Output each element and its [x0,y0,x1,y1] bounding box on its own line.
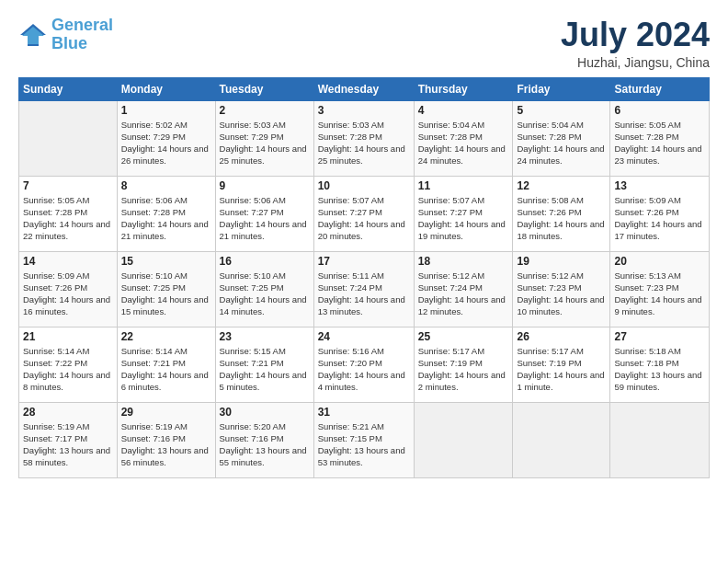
calendar-cell: 24 Sunrise: 5:16 AMSunset: 7:20 PMDaylig… [313,327,414,402]
calendar-cell: 15 Sunrise: 5:10 AMSunset: 7:25 PMDaylig… [117,251,215,327]
calendar-cell: 9 Sunrise: 5:06 AMSunset: 7:27 PMDayligh… [215,176,313,251]
calendar-cell: 20 Sunrise: 5:13 AMSunset: 7:23 PMDaylig… [610,251,710,327]
day-info: Sunrise: 5:18 AMSunset: 7:18 PMDaylight:… [614,345,705,394]
day-info: Sunrise: 5:06 AMSunset: 7:27 PMDaylight:… [220,194,310,243]
logo-blue: Blue [51,34,87,52]
month-year: July 2024 [561,17,710,53]
day-info: Sunrise: 5:10 AMSunset: 7:25 PMDaylight:… [220,270,310,318]
calendar-cell: 12 Sunrise: 5:08 AMSunset: 7:26 PMDaylig… [513,176,610,251]
day-info: Sunrise: 5:21 AMSunset: 7:15 PMDaylight:… [318,420,410,469]
calendar-cell: 2 Sunrise: 5:03 AMSunset: 7:29 PMDayligh… [215,100,313,176]
day-number: 21 [23,330,113,343]
day-info: Sunrise: 5:05 AMSunset: 7:28 PMDaylight:… [614,119,705,167]
col-friday: Friday [513,77,610,100]
day-info: Sunrise: 5:12 AMSunset: 7:23 PMDaylight:… [517,270,606,318]
day-info: Sunrise: 5:07 AMSunset: 7:27 PMDaylight:… [418,194,509,243]
calendar-cell: 26 Sunrise: 5:17 AMSunset: 7:19 PMDaylig… [513,327,610,402]
day-info: Sunrise: 5:19 AMSunset: 7:16 PMDaylight:… [121,420,211,469]
calendar-cell: 7 Sunrise: 5:05 AMSunset: 7:28 PMDayligh… [19,176,118,251]
col-saturday: Saturday [610,77,710,100]
day-info: Sunrise: 5:02 AMSunset: 7:29 PMDaylight:… [121,119,211,167]
calendar-week-3: 14 Sunrise: 5:09 AMSunset: 7:26 PMDaylig… [19,251,710,327]
day-number: 2 [220,104,310,117]
day-number: 31 [318,406,410,419]
day-info: Sunrise: 5:06 AMSunset: 7:28 PMDaylight:… [121,194,211,243]
calendar-week-4: 21 Sunrise: 5:14 AMSunset: 7:22 PMDaylig… [19,327,710,402]
day-number: 22 [121,330,211,343]
day-info: Sunrise: 5:17 AMSunset: 7:19 PMDaylight:… [418,345,509,394]
calendar-table: Sunday Monday Tuesday Wednesday Thursday… [18,77,710,478]
page: General Blue July 2024 Huzhai, Jiangsu, … [0,0,728,488]
calendar-cell: 8 Sunrise: 5:06 AMSunset: 7:28 PMDayligh… [117,176,215,251]
day-info: Sunrise: 5:20 AMSunset: 7:16 PMDaylight:… [220,420,310,469]
calendar-cell: 19 Sunrise: 5:12 AMSunset: 7:23 PMDaylig… [513,251,610,327]
day-info: Sunrise: 5:08 AMSunset: 7:26 PMDaylight:… [517,194,606,243]
day-number: 13 [614,179,705,192]
day-number: 20 [614,255,705,268]
day-info: Sunrise: 5:12 AMSunset: 7:24 PMDaylight:… [418,270,509,318]
day-info: Sunrise: 5:09 AMSunset: 7:26 PMDaylight:… [614,194,705,243]
day-info: Sunrise: 5:05 AMSunset: 7:28 PMDaylight:… [23,194,113,243]
svg-marker-1 [22,27,44,44]
day-number: 5 [517,104,606,117]
day-number: 23 [220,330,310,343]
day-info: Sunrise: 5:10 AMSunset: 7:25 PMDaylight:… [121,270,211,318]
calendar-cell: 3 Sunrise: 5:03 AMSunset: 7:28 PMDayligh… [313,100,414,176]
calendar-cell: 5 Sunrise: 5:04 AMSunset: 7:28 PMDayligh… [513,100,610,176]
day-number: 25 [418,330,509,343]
day-number: 19 [517,255,606,268]
day-info: Sunrise: 5:16 AMSunset: 7:20 PMDaylight:… [318,345,410,394]
day-number: 29 [121,406,211,419]
day-number: 6 [614,104,705,117]
day-number: 30 [220,406,310,419]
day-number: 27 [614,330,705,343]
calendar-cell [19,100,118,176]
day-number: 9 [220,179,310,192]
calendar-week-1: 1 Sunrise: 5:02 AMSunset: 7:29 PMDayligh… [19,100,710,176]
day-info: Sunrise: 5:03 AMSunset: 7:28 PMDaylight:… [318,119,410,167]
day-number: 18 [418,255,509,268]
calendar-cell: 25 Sunrise: 5:17 AMSunset: 7:19 PMDaylig… [414,327,513,402]
calendar-cell: 22 Sunrise: 5:14 AMSunset: 7:21 PMDaylig… [117,327,215,402]
day-number: 14 [23,255,113,268]
day-info: Sunrise: 5:07 AMSunset: 7:27 PMDaylight:… [318,194,410,243]
day-number: 12 [517,179,606,192]
col-tuesday: Tuesday [215,77,313,100]
day-info: Sunrise: 5:19 AMSunset: 7:17 PMDaylight:… [23,420,113,469]
day-info: Sunrise: 5:11 AMSunset: 7:24 PMDaylight:… [318,270,410,318]
day-info: Sunrise: 5:14 AMSunset: 7:22 PMDaylight:… [23,345,113,394]
calendar-cell [610,402,710,477]
day-number: 11 [418,179,509,192]
header: General Blue July 2024 Huzhai, Jiangsu, … [18,17,710,70]
day-info: Sunrise: 5:17 AMSunset: 7:19 PMDaylight:… [517,345,606,394]
day-number: 28 [23,406,113,419]
day-number: 26 [517,330,606,343]
logo-icon [18,22,48,48]
day-number: 3 [318,104,410,117]
day-info: Sunrise: 5:14 AMSunset: 7:21 PMDaylight:… [121,345,211,394]
calendar-cell: 14 Sunrise: 5:09 AMSunset: 7:26 PMDaylig… [19,251,118,327]
calendar-cell [513,402,610,477]
logo: General Blue [18,17,113,53]
day-number: 8 [121,179,211,192]
calendar-cell: 28 Sunrise: 5:19 AMSunset: 7:17 PMDaylig… [19,402,118,477]
col-wednesday: Wednesday [313,77,414,100]
calendar-cell: 1 Sunrise: 5:02 AMSunset: 7:29 PMDayligh… [117,100,215,176]
calendar-cell: 23 Sunrise: 5:15 AMSunset: 7:21 PMDaylig… [215,327,313,402]
day-info: Sunrise: 5:09 AMSunset: 7:26 PMDaylight:… [23,270,113,318]
col-thursday: Thursday [414,77,513,100]
location: Huzhai, Jiangsu, China [561,55,710,70]
day-number: 15 [121,255,211,268]
day-number: 24 [318,330,410,343]
day-number: 7 [23,179,113,192]
col-monday: Monday [117,77,215,100]
day-number: 10 [318,179,410,192]
day-info: Sunrise: 5:04 AMSunset: 7:28 PMDaylight:… [517,119,606,167]
day-number: 4 [418,104,509,117]
calendar-cell: 21 Sunrise: 5:14 AMSunset: 7:22 PMDaylig… [19,327,118,402]
title-block: July 2024 Huzhai, Jiangsu, China [561,17,710,70]
calendar-cell: 10 Sunrise: 5:07 AMSunset: 7:27 PMDaylig… [313,176,414,251]
day-number: 17 [318,255,410,268]
col-sunday: Sunday [19,77,118,100]
day-number: 1 [121,104,211,117]
